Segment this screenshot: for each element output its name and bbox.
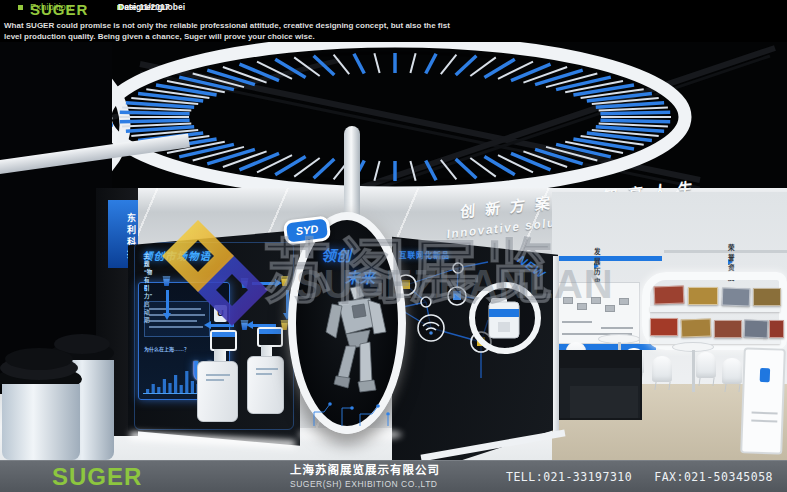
text-line <box>149 326 203 328</box>
company-name-cn: 上海苏阁展览展示有限公司 <box>290 464 440 478</box>
kiosk-body <box>197 361 238 422</box>
award-plaque <box>714 320 742 338</box>
promise-statement: What SUGER could promise is not only the… <box>4 20 450 42</box>
company-names: 上海苏阁展览展示有限公司 SUGER(SH) EXHIBITION CO.,LT… <box>290 464 440 489</box>
tablet-header-bar <box>212 332 235 337</box>
award-plaque <box>753 288 781 306</box>
timeline-line <box>601 327 633 329</box>
telephone-number: TELL:021-33197310 <box>506 470 632 484</box>
award-plaque <box>650 318 678 336</box>
title-bar: SUGER Exhibition Designer:guobei Date:11… <box>0 0 787 42</box>
product-model-body <box>2 384 80 460</box>
chair <box>652 356 672 382</box>
chair <box>696 352 716 378</box>
kiosk-label <box>256 368 278 370</box>
fax-number: FAX:021-50345058 <box>654 470 773 484</box>
info-kiosk <box>247 327 285 414</box>
kiosk-label <box>206 379 224 381</box>
award-plaque <box>688 287 718 305</box>
screen-question: 为什么在上海……？ <box>144 345 189 352</box>
watermark-logo <box>160 220 270 326</box>
table-leg <box>692 350 695 392</box>
award-plaque <box>769 320 784 338</box>
info-kiosk <box>197 330 239 422</box>
wall-stripe <box>552 256 662 261</box>
shelf-board <box>650 338 780 344</box>
award-plaque <box>722 288 751 307</box>
wall-stripe <box>664 250 787 253</box>
award-plaque <box>654 285 685 304</box>
circuit-lines-graphic <box>302 396 402 428</box>
watermark-text-en: SUGEZHANLAN <box>296 262 614 307</box>
photo-thumb <box>619 298 629 305</box>
award-plaque <box>681 318 712 337</box>
award-plaque <box>744 320 769 339</box>
door-detail <box>752 412 778 415</box>
date-label: Date:11/2017 <box>118 2 170 13</box>
company-name-en: SUGER(SH) EXHIBITION CO.,LTD <box>290 479 440 489</box>
kiosk-tablet <box>257 327 283 347</box>
brand-square-decoration <box>18 5 23 10</box>
door-detail <box>751 420 777 423</box>
shelf-board <box>650 306 780 312</box>
design-board: 创新方案 · 智享人生 Innovative solutions for sma… <box>0 0 787 492</box>
support-column <box>344 126 360 226</box>
chair <box>722 358 742 384</box>
product-model-lid <box>5 348 73 370</box>
kiosk-label <box>206 374 230 376</box>
tablet-header-bar <box>259 329 281 334</box>
kiosk-body <box>247 356 284 414</box>
footer-brand-logo: SUGER <box>52 463 142 491</box>
platform-step <box>570 386 638 418</box>
kiosk-label <box>256 373 272 375</box>
footer-bar: SUGER 上海苏阁展览展示有限公司 SUGER(SH) EXHIBITION … <box>0 460 787 492</box>
brand-subtitle: Exhibition <box>30 1 71 12</box>
side-door-panel <box>740 347 786 454</box>
kiosk-tablet <box>210 330 237 351</box>
door-sign-icon <box>760 368 770 382</box>
contact-info: TELL:021-33197310FAX:021-50345058 <box>506 470 773 484</box>
timeline-line <box>562 321 592 323</box>
